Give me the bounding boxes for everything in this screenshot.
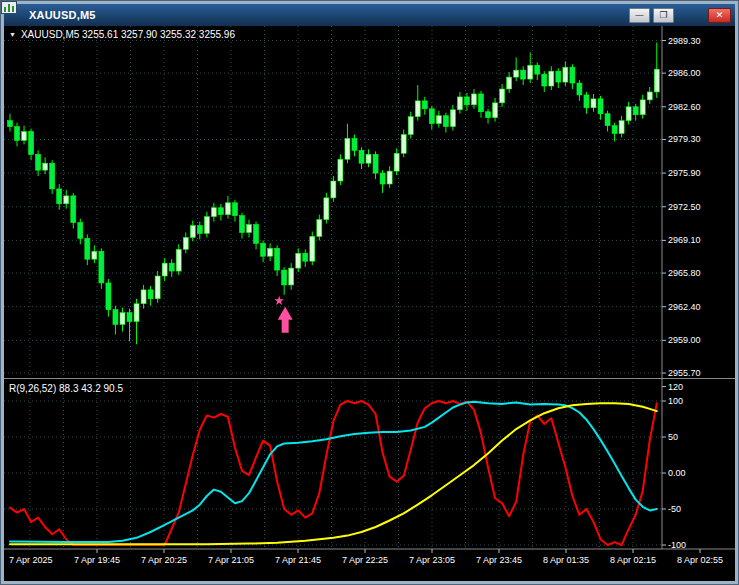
axes	[4, 26, 735, 553]
window-titlebar[interactable]: XAUUSD,M5 — ❐ ✕	[4, 4, 735, 26]
indicator-lines	[10, 401, 657, 545]
price-axis-label: 2989.30	[668, 36, 701, 46]
chart-canvas[interactable]: 2989.302986.002982.602979.302975.902972.…	[4, 26, 735, 581]
time-axis-label: 7 Apr 21:05	[208, 555, 254, 565]
chart-window: XAUUSD,M5 — ❐ ✕ 2989.302986.002982.60297…	[0, 0, 739, 585]
time-axis-label: 8 Apr 02:15	[610, 555, 656, 565]
price-axis-label: 2955.70	[668, 368, 701, 378]
indicator-line-red	[10, 401, 657, 545]
indicator-axis-label: 100	[668, 396, 683, 406]
restore-button[interactable]: ❐	[653, 8, 674, 23]
indicator-axis-label: -100	[668, 540, 686, 550]
price-axis-label: 2969.10	[668, 235, 701, 245]
symbol-ohlc-text: XAUUSD,M5 3255.61 3257.90 3255.32 3255.9…	[21, 29, 235, 40]
time-axis-label: 7 Apr 23:05	[409, 555, 455, 565]
chart-icon	[8, 9, 24, 22]
indicator-header[interactable]: R(9,26,52) 88.3 43.2 90.5	[9, 383, 123, 394]
price-axis-label: 2972.50	[668, 202, 701, 212]
price-axis-label: 2962.40	[668, 302, 701, 312]
buy-signal-marker	[274, 296, 292, 333]
minimize-button[interactable]: —	[629, 8, 650, 23]
indicator-axis-label: -50	[668, 504, 681, 514]
indicator-axis-label: 0.00	[668, 468, 686, 478]
price-axis-label: 2959.00	[668, 335, 701, 345]
price-axis-label: 2982.60	[668, 102, 701, 112]
up-arrow-icon	[278, 307, 293, 333]
time-axis-label: 8 Apr 02:55	[677, 555, 723, 565]
time-axis-label: 7 Apr 19:45	[74, 555, 120, 565]
time-axis-date-label: 7 Apr 2025	[9, 555, 53, 565]
price-axis-label: 2975.90	[668, 168, 701, 178]
indicator-axis-label: 50	[668, 432, 678, 442]
grid	[4, 26, 662, 549]
symbol-ohlc-header[interactable]: ▼ XAUUSD,M5 3255.61 3257.90 3255.32 3255…	[9, 29, 235, 40]
star-icon	[274, 296, 284, 305]
window-controls: — ❐ ✕	[626, 8, 731, 23]
time-axis-label: 8 Apr 01:35	[543, 555, 589, 565]
window-title: XAUUSD,M5	[29, 9, 96, 21]
candlestick-series	[8, 42, 660, 344]
time-axis-label: 7 Apr 22:25	[342, 555, 388, 565]
price-axis-label: 2965.80	[668, 268, 701, 278]
indicator-axis-label: 120	[668, 382, 683, 392]
time-axis-label: 7 Apr 20:25	[141, 555, 187, 565]
close-button[interactable]: ✕	[708, 8, 731, 23]
time-axis-label: 7 Apr 21:45	[275, 555, 321, 565]
price-axis-label: 2979.30	[668, 134, 701, 144]
price-axis-label: 2986.00	[668, 68, 701, 78]
dropdown-marker-icon: ▼	[9, 30, 16, 40]
chart-area[interactable]: 2989.302986.002982.602979.302975.902972.…	[4, 26, 735, 581]
time-axis-label: 7 Apr 23:45	[476, 555, 522, 565]
